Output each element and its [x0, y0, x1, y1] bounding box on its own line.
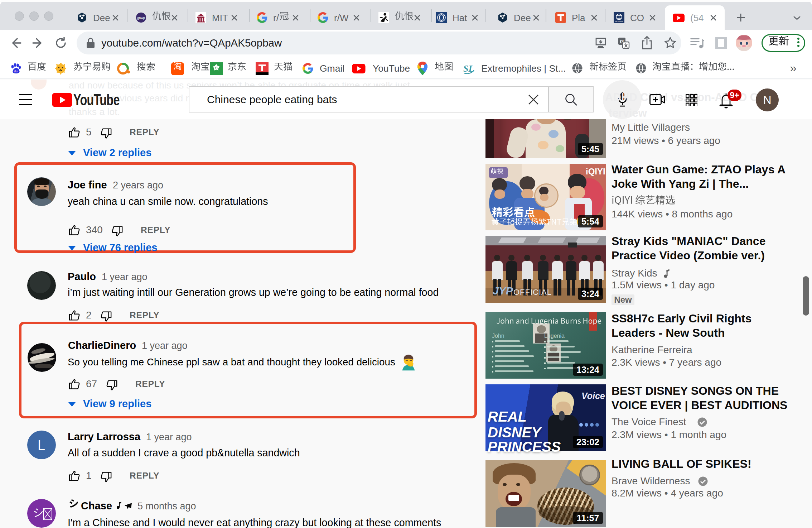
svg-text:gnwp: gnwp — [137, 16, 145, 20]
svg-text:MELBOURNE: MELBOURNE — [615, 21, 623, 23]
svg-text:du: du — [14, 69, 18, 73]
